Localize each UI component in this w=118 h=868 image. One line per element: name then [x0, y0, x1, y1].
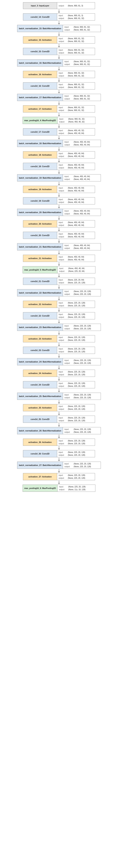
node-io-batch_normalization_20: input:(None, 450, 40, 64)output:(None, 4…	[63, 209, 101, 216]
node-io-conv2d_14: input:(None, 900, 81, 3)output:(None, 90…	[57, 13, 95, 20]
output-value-activation_21: (None, 450, 40, 64)	[68, 258, 84, 261]
node-label-activation_17: activation_17: Activation	[23, 105, 57, 112]
output-value-batch_normalization_22: (None, 225, 20, 128)	[74, 293, 91, 296]
input-label-batch_normalization_27: input:	[64, 462, 73, 465]
node-label-conv2d_15: conv2d_15: Conv2D	[23, 48, 57, 55]
node-row-activation_25: activation_25: Activationinput:(None, 22…	[0, 404, 118, 411]
node-io-activation_22: input:(None, 225, 20, 128)output:(None, …	[57, 301, 95, 308]
node-row-conv2d_16: conv2d_16: Conv2Dinput:(None, 900, 81, 3…	[0, 82, 118, 90]
output-label-activation_27: output:	[59, 477, 67, 479]
input-label-activation_25: input:	[59, 405, 67, 408]
node-row-activation_18: activation_18: Activationinput:(None, 45…	[0, 151, 118, 158]
output-value-batch_normalization_19: (None, 450, 40, 64)	[74, 178, 90, 181]
node-box-activation_22: activation_22: Activationinput:(None, 22…	[23, 301, 95, 308]
node-label-conv2d_23: conv2d_23: Conv2D	[23, 347, 57, 354]
input-value-activation_18: (None, 450, 40, 64)	[68, 152, 84, 155]
node-label-activation_24: activation_24: Activation	[23, 370, 57, 377]
input-value-batch_normalization_25: (None, 225, 20, 128)	[74, 394, 91, 396]
input-label-conv2d_24: input:	[59, 382, 67, 385]
output-value-activation_16: (None, 900, 81, 32)	[68, 74, 84, 77]
output-value-activation_27: (None, 225, 20, 128)	[68, 477, 85, 479]
node-box-batch_normalization_26: batch_normalization_26: BatchNormalizati…	[17, 427, 101, 434]
input-label-max_pooling2d_6: input:	[59, 485, 67, 488]
node-box-activation_16: activation_16: Activationinput:(None, 90…	[23, 71, 95, 78]
output-value-conv2d_19: (None, 450, 40, 64)	[68, 201, 84, 204]
input-value-batch_normalization_16: (None, 900, 81, 32)	[74, 60, 90, 63]
node-label-batch_normalization_21: batch_normalization_21: BatchNormalizati…	[17, 243, 63, 250]
input-label-activation_15: input:	[59, 37, 67, 40]
node-row-activation_22: activation_22: Activationinput:(None, 22…	[0, 301, 118, 308]
output-label-conv2d_23: output:	[59, 350, 67, 353]
node-row-activation_15: activation_15: Activationinput:(None, 90…	[0, 36, 118, 43]
output-value-conv2d_18: (None, 450, 40, 64)	[68, 166, 84, 169]
node-io-conv2d_20: input:(None, 450, 40, 64)output:(None, 4…	[57, 232, 95, 239]
input-value-conv2d_17: (None, 450, 40, 32)	[68, 129, 84, 132]
input-value-max_pooling2d_5: (None, 450, 40, 64)	[68, 267, 84, 270]
node-label-conv2d_16: conv2d_16: Conv2D	[23, 83, 57, 89]
input-label-batch_normalization_20: input:	[64, 210, 73, 212]
input-label-conv2d_26: input:	[59, 451, 67, 454]
node-box-activation_20: activation_20: Activationinput:(None, 45…	[23, 220, 95, 227]
node-label-conv2d_17: conv2d_17: Conv2D	[23, 128, 57, 135]
input-value-batch_normalization_21: (None, 450, 40, 64)	[74, 244, 90, 247]
node-box-max_pooling2d_5: max_pooling2d_5: MaxPooling2Dinput:(None…	[23, 266, 95, 273]
input-label-activation_23: input:	[59, 336, 67, 339]
node-row-batch_normalization_19: batch_normalization_19: BatchNormalizati…	[0, 174, 118, 181]
input-label-batch_normalization_18: input:	[64, 141, 73, 144]
node-row-conv2d_23: conv2d_23: Conv2Dinput:(None, 225, 20, 1…	[0, 347, 118, 354]
output-label-conv2d_21: output:	[59, 281, 67, 284]
input-label-activation_16: input:	[59, 71, 67, 74]
node-box-max_pooling2d_6: max_pooling2d_6: MaxPooling2Dinput:(None…	[23, 485, 95, 492]
input-label-activation_26: input:	[59, 439, 67, 442]
output-label-conv2d_14: output:	[59, 17, 67, 20]
output-value-conv2d_20: (None, 450, 40, 64)	[68, 235, 84, 238]
node-io-batch_normalization_17: input:(None, 900, 81, 32)output:(None, 9…	[63, 94, 101, 101]
node-label-batch_normalization_15: batch_normalization_15: BatchNormalizati…	[17, 25, 63, 32]
node-io-activation_19: input:(None, 450, 40, 64)output:(None, 4…	[57, 186, 95, 193]
node-row-conv2d_20: conv2d_20: Conv2Dinput:(None, 450, 40, 6…	[0, 232, 118, 239]
node-label-conv2d_25: conv2d_25: Conv2D	[23, 416, 57, 423]
output-label-batch_normalization_16: output:	[64, 63, 73, 66]
input-label-batch_normalization_21: input:	[64, 244, 73, 247]
output-label-activation_25: output:	[59, 408, 67, 410]
node-row-conv2d_21: conv2d_21: Conv2Dinput:(None, 225, 20, 6…	[0, 278, 118, 285]
node-io-max_pooling2d_5: input:(None, 450, 40, 64)output:(None, 2…	[58, 267, 95, 273]
node-box-batch_normalization_27: batch_normalization_27: BatchNormalizati…	[17, 462, 101, 469]
input-value-batch_normalization_18: (None, 450, 40, 64)	[74, 141, 90, 144]
output-value-conv2d_14: (None, 900, 81, 32)	[68, 17, 84, 20]
node-label-batch_normalization_16: batch_normalization_16: BatchNormalizati…	[17, 60, 63, 66]
input-value-activation_17: (None, 900, 81, 32)	[68, 106, 84, 109]
node-label-activation_21: activation_21: Activation	[23, 255, 57, 262]
node-row-input_3: input_3: InputLayeroutput:(None, 900, 81…	[0, 2, 118, 9]
node-row-activation_17: activation_17: Activationinput:(None, 90…	[0, 105, 118, 113]
node-box-batch_normalization_15: batch_normalization_15: BatchNormalizati…	[17, 25, 101, 32]
input-value-activation_19: (None, 450, 40, 64)	[68, 187, 84, 189]
input-value-conv2d_15: (None, 900, 81, 32)	[68, 49, 84, 52]
node-label-batch_normalization_25: batch_normalization_25: BatchNormalizati…	[17, 393, 63, 400]
output-label-activation_19: output:	[59, 189, 67, 192]
output-label-max_pooling2d_4: output:	[59, 120, 67, 123]
node-io-max_pooling2d_4: input:(None, 900, 81, 32)output:(None, 4…	[58, 117, 95, 124]
node-io-activation_24: input:(None, 225, 20, 128)output:(None, …	[57, 370, 95, 377]
node-io-batch_normalization_25: input:(None, 225, 20, 128)output:(None, …	[63, 393, 101, 400]
node-io-conv2d_21: input:(None, 225, 20, 64)output:(None, 2…	[57, 278, 95, 285]
node-row-activation_19: activation_19: Activationinput:(None, 45…	[0, 186, 118, 193]
input-value-conv2d_25: (None, 225, 20, 128)	[68, 416, 85, 419]
node-io-batch_normalization_16: input:(None, 900, 81, 32)output:(None, 9…	[63, 60, 101, 66]
input-label-activation_17: input:	[59, 106, 67, 109]
output-value-conv2d_15: (None, 900, 81, 32)	[68, 52, 84, 54]
input-value-max_pooling2d_6: (None, 225, 20, 128)	[68, 485, 86, 488]
node-row-activation_26: activation_26: Activationinput:(None, 22…	[0, 439, 118, 446]
node-io-conv2d_15: input:(None, 900, 81, 32)output:(None, 9…	[57, 48, 95, 55]
output-value-conv2d_23: (None, 225, 20, 128)	[68, 350, 85, 353]
node-label-conv2d_24: conv2d_24: Conv2D	[23, 381, 57, 388]
node-row-batch_normalization_27: batch_normalization_27: BatchNormalizati…	[0, 462, 118, 469]
input-label-activation_20: input:	[59, 221, 67, 224]
output-value-activation_17: (None, 900, 81, 32)	[68, 109, 84, 112]
node-label-batch_normalization_27: batch_normalization_27: BatchNormalizati…	[17, 462, 63, 469]
output-label-activation_23: output:	[59, 339, 67, 342]
output-label-max_pooling2d_5: output:	[59, 270, 67, 273]
node-io-conv2d_23: input:(None, 225, 20, 128)output:(None, …	[57, 347, 95, 354]
output-value-batch_normalization_27: (None, 225, 20, 128)	[74, 465, 91, 468]
input-label-conv2d_23: input:	[59, 347, 67, 350]
